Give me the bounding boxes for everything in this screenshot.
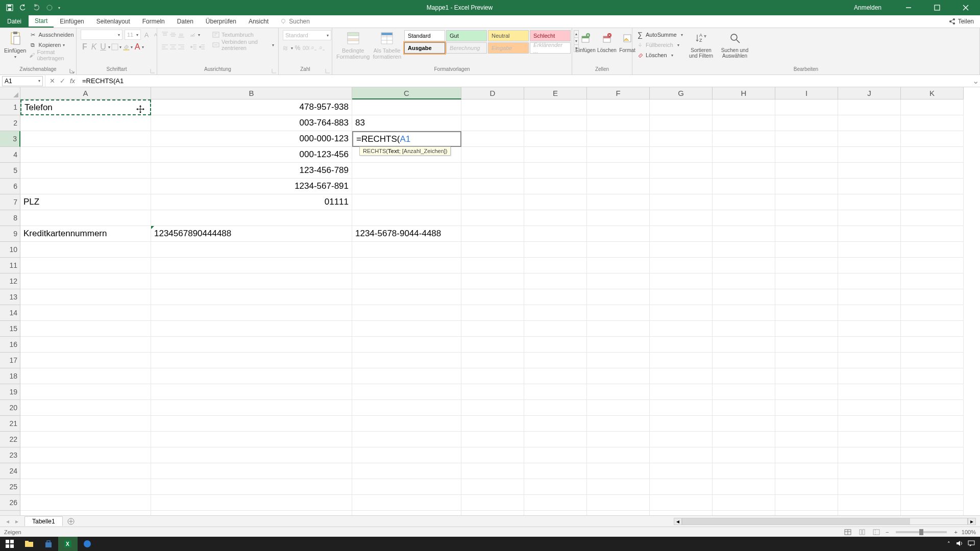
clear-button[interactable]: Löschen▾ [636, 51, 683, 60]
cell-F4[interactable] [587, 147, 650, 163]
cell-F22[interactable] [587, 432, 650, 447]
cell-K13[interactable] [901, 289, 964, 305]
column-header-C[interactable]: C [352, 87, 461, 99]
cell-B13[interactable] [151, 289, 352, 305]
cell-D5[interactable] [461, 163, 524, 179]
cell-I11[interactable] [775, 258, 838, 273]
cell-G10[interactable] [650, 242, 713, 258]
cell-styles-gallery[interactable]: Standard Gut Neutral Schlecht Ausgabe Be… [404, 30, 571, 54]
cell-C22[interactable] [352, 432, 461, 447]
dialog-launcher-icon[interactable] [325, 68, 330, 73]
cell-E26[interactable] [524, 495, 587, 511]
cell-G5[interactable] [650, 163, 713, 179]
redo-icon[interactable] [32, 3, 41, 12]
font-color-icon[interactable]: A [134, 43, 141, 51]
cell-E27[interactable] [524, 511, 587, 515]
cell-A24[interactable] [20, 463, 151, 479]
cell-A23[interactable] [20, 447, 151, 463]
cell-D13[interactable] [461, 289, 524, 305]
number-format-dropdown[interactable]: Standard▾ [283, 30, 331, 40]
cell-J23[interactable] [838, 447, 901, 463]
wrap-text-button[interactable]: Textumbruch [212, 30, 274, 39]
cell-C13[interactable] [352, 289, 461, 305]
cell-I5[interactable] [775, 163, 838, 179]
cell-B3[interactable]: 000-000-123 [151, 131, 352, 147]
page-break-icon[interactable] [871, 528, 881, 536]
cell-B22[interactable] [151, 432, 352, 447]
minimize-button[interactable] [897, 0, 920, 15]
cell-B7[interactable]: 01111 [151, 194, 352, 210]
cell-I8[interactable] [775, 210, 838, 226]
cell-D24[interactable] [461, 463, 524, 479]
column-header-G[interactable]: G [650, 87, 713, 99]
cell-A26[interactable] [20, 495, 151, 511]
cell-B16[interactable] [151, 337, 352, 353]
cell-F12[interactable] [587, 273, 650, 289]
cell-K4[interactable] [901, 147, 964, 163]
cell-B1[interactable]: 478-957-938 [151, 99, 352, 115]
underline-button[interactable]: U [99, 42, 107, 52]
cell-D25[interactable] [461, 479, 524, 495]
cell-D3[interactable] [461, 131, 524, 147]
cell-C10[interactable] [352, 242, 461, 258]
row-header-20[interactable]: 20 [0, 400, 20, 416]
cell-I19[interactable] [775, 384, 838, 400]
cell-F3[interactable] [587, 131, 650, 147]
cell-A14[interactable] [20, 305, 151, 321]
cell-H27[interactable] [713, 511, 775, 515]
touch-mode-icon[interactable] [45, 3, 54, 12]
cell-A16[interactable] [20, 337, 151, 353]
cell-G15[interactable] [650, 321, 713, 337]
cell-G25[interactable] [650, 479, 713, 495]
cell-D19[interactable] [461, 384, 524, 400]
grid[interactable]: ABCDEFGHIJK 1234567891011121314151617181… [0, 87, 980, 515]
cell-D6[interactable] [461, 179, 524, 194]
cell-C25[interactable] [352, 479, 461, 495]
row-header-16[interactable]: 16 [0, 337, 20, 353]
cell-G7[interactable] [650, 194, 713, 210]
delete-cells-button[interactable]: Löschen [598, 30, 616, 53]
cell-A3[interactable] [20, 131, 151, 147]
thousands-icon[interactable]: 000 [302, 44, 309, 52]
cell-J16[interactable] [838, 337, 901, 353]
bold-button[interactable]: F [81, 42, 89, 52]
cell-K5[interactable] [901, 163, 964, 179]
cell-K15[interactable] [901, 321, 964, 337]
cancel-edit-button[interactable]: ✕ [48, 77, 56, 85]
edge-icon[interactable] [78, 537, 97, 551]
cell-J14[interactable] [838, 305, 901, 321]
nav-next-icon[interactable]: ▸ [13, 518, 20, 525]
cell-B11[interactable] [151, 258, 352, 273]
cell-I27[interactable] [775, 511, 838, 515]
cell-K26[interactable] [901, 495, 964, 511]
align-top-icon[interactable] [161, 31, 168, 38]
scroll-left-icon[interactable]: ◂ [674, 518, 682, 525]
cell-E17[interactable] [524, 353, 587, 368]
fx-button[interactable]: fx [69, 77, 76, 85]
cell-E8[interactable] [524, 210, 587, 226]
cell-C5[interactable] [352, 163, 461, 179]
cell-G16[interactable] [650, 337, 713, 353]
cell-I6[interactable] [775, 179, 838, 194]
cell-E5[interactable] [524, 163, 587, 179]
cell-F25[interactable] [587, 479, 650, 495]
cell-I9[interactable] [775, 226, 838, 242]
cell-C4[interactable] [352, 147, 461, 163]
style-eingabe[interactable]: Eingabe [488, 42, 529, 54]
cell-E15[interactable] [524, 321, 587, 337]
row-header-9[interactable]: 9 [0, 226, 20, 242]
cell-F1[interactable] [587, 99, 650, 115]
cell-E3[interactable] [524, 131, 587, 147]
cell-E11[interactable] [524, 258, 587, 273]
cell-J2[interactable] [838, 115, 901, 131]
cell-K23[interactable] [901, 447, 964, 463]
cell-G22[interactable] [650, 432, 713, 447]
cell-J7[interactable] [838, 194, 901, 210]
cell-I25[interactable] [775, 479, 838, 495]
cell-G8[interactable] [650, 210, 713, 226]
cell-A18[interactable] [20, 368, 151, 384]
cell-I12[interactable] [775, 273, 838, 289]
cell-K18[interactable] [901, 368, 964, 384]
cell-E14[interactable] [524, 305, 587, 321]
cell-G11[interactable] [650, 258, 713, 273]
